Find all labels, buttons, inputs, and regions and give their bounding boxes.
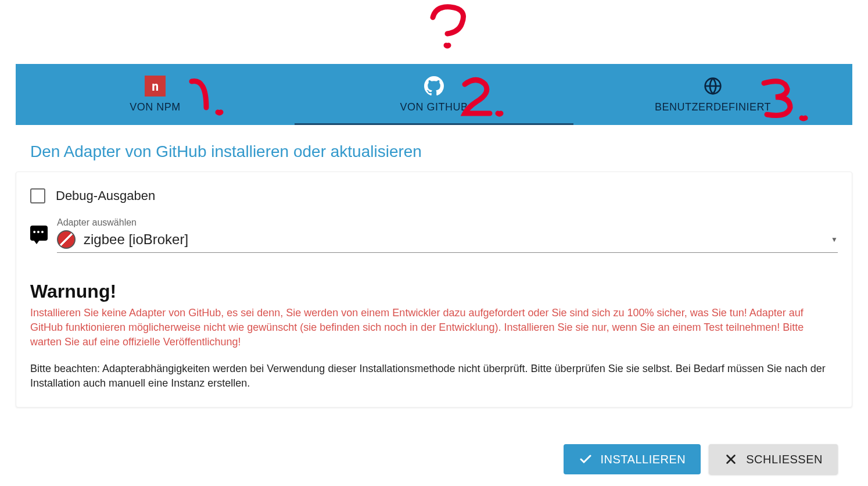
adapter-select-area: ••• Adapter auswählen zigbee [ioBroker] …	[57, 217, 838, 253]
chevron-down-icon: ▼	[831, 235, 838, 244]
github-icon	[424, 76, 444, 97]
globe-icon	[702, 76, 723, 97]
warning-block: Warnung! Installieren Sie keine Adapter …	[30, 281, 838, 391]
adapter-select-value: zigbee [ioBroker]	[84, 231, 823, 248]
annotation-question-mark	[418, 0, 488, 58]
tab-github[interactable]: VON GITHUB	[295, 64, 573, 125]
tab-custom[interactable]: BENUTZERDEFINIERT	[573, 64, 852, 125]
warning-note: Bitte beachten: Adapterabhängigkeiten we…	[30, 362, 838, 391]
check-icon	[579, 452, 593, 466]
install-button-label: INSTALLIEREN	[601, 453, 686, 466]
zigbee-icon	[57, 230, 76, 249]
debug-label: Debug-Ausgaben	[56, 188, 155, 203]
close-icon	[724, 452, 738, 466]
footer-actions: INSTALLIEREN SCHLIESSEN	[564, 444, 838, 474]
close-button-label: SCHLIESSEN	[746, 453, 823, 466]
content-card: Debug-Ausgaben ••• Adapter auswählen zig…	[16, 171, 852, 408]
chat-icon[interactable]: •••	[30, 226, 48, 241]
page-title: Den Adapter von GitHub installieren oder…	[30, 142, 838, 161]
warning-body: Installieren Sie keine Adapter von GitHu…	[30, 306, 838, 350]
install-button[interactable]: INSTALLIEREN	[564, 444, 701, 474]
debug-checkbox[interactable]	[30, 188, 45, 203]
tab-github-label: VON GITHUB	[400, 101, 468, 113]
adapter-select[interactable]: zigbee [ioBroker] ▼	[57, 230, 838, 253]
tab-custom-label: BENUTZERDEFINIERT	[655, 101, 771, 113]
adapter-select-label: Adapter auswählen	[57, 217, 838, 228]
tab-npm-label: VON NPM	[130, 101, 181, 113]
close-button[interactable]: SCHLIESSEN	[709, 444, 838, 474]
debug-row: Debug-Ausgaben	[30, 188, 838, 203]
npm-icon: n	[145, 76, 166, 97]
tab-npm[interactable]: n VON NPM	[16, 64, 295, 125]
tab-bar: n VON NPM VON GITHUB BENUTZERDEFINIERT	[16, 64, 852, 125]
warning-heading: Warnung!	[30, 281, 838, 302]
